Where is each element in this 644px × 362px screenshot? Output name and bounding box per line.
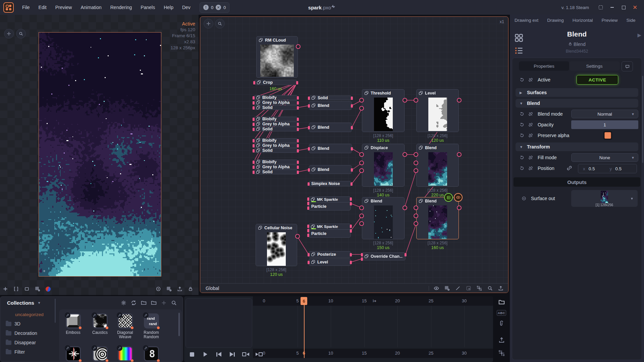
reset-icon[interactable] xyxy=(520,112,524,116)
graph-pan-button[interactable] xyxy=(204,19,213,28)
menu-file[interactable]: File xyxy=(18,0,34,15)
skip-start-button[interactable] xyxy=(214,349,224,359)
input-port[interactable] xyxy=(308,126,310,129)
next-keyframe-button[interactable] xyxy=(254,349,264,359)
output-port[interactable] xyxy=(297,106,299,110)
output-port[interactable] xyxy=(295,234,300,239)
grid-scrollbar[interactable] xyxy=(178,313,180,336)
section-blend[interactable]: ▼Blend xyxy=(516,99,638,108)
collection-folder-disappear[interactable]: Disappear xyxy=(6,338,58,347)
graph-context-label[interactable]: Global xyxy=(206,286,219,291)
output-port[interactable] xyxy=(402,205,407,210)
output-port[interactable] xyxy=(351,182,353,186)
close-button[interactable]: ✕ xyxy=(631,3,639,12)
workspace-tab-horizontal[interactable]: Horizontal xyxy=(573,18,593,23)
node-blobify[interactable]: Blobify xyxy=(254,117,298,121)
input-port[interactable] xyxy=(359,205,364,210)
chevron-right-icon[interactable]: ▶ xyxy=(637,32,641,38)
node-blobify[interactable]: Blobify xyxy=(254,95,298,100)
search-icon[interactable] xyxy=(171,300,177,306)
grid-settings-icon[interactable] xyxy=(444,286,450,291)
opacity-slider[interactable]: 1 xyxy=(571,120,638,129)
node-blobify[interactable]: Blobify xyxy=(254,138,298,143)
input-port[interactable] xyxy=(308,104,310,108)
node-mk-sparkle[interactable]: MK SparkleParticle xyxy=(308,224,351,238)
input-port[interactable] xyxy=(308,261,310,264)
comment-button[interactable] xyxy=(622,61,633,71)
active-toggle-button[interactable]: ACTIVE xyxy=(577,75,618,84)
section-surfaces[interactable]: ▶Surfaces xyxy=(516,88,638,97)
text-tool-icon[interactable]: ABC xyxy=(497,310,506,316)
new-folder-icon[interactable] xyxy=(141,300,147,306)
menu-help[interactable]: Help xyxy=(159,0,178,15)
node-blend[interactable]: Blend[128 x 256]160 us xyxy=(416,197,459,239)
output-port[interactable] xyxy=(350,253,352,256)
output-port[interactable] xyxy=(297,123,299,126)
input-port[interactable] xyxy=(414,221,418,226)
search-icon[interactable] xyxy=(487,286,493,291)
minimize-button[interactable] xyxy=(608,3,616,12)
add-item-icon[interactable] xyxy=(161,300,167,306)
collection-folder-decoration[interactable]: Decoration xyxy=(6,328,58,338)
input-port[interactable] xyxy=(361,253,363,256)
output-port[interactable] xyxy=(297,144,299,147)
node-crop[interactable]: Crop160 us xyxy=(254,80,297,85)
reset-icon[interactable] xyxy=(520,133,524,138)
preview-viewport[interactable]: Active fps 120 Frame 6/15 x2.83 128 x 25… xyxy=(0,15,199,295)
output-port[interactable] xyxy=(351,104,353,108)
output-port[interactable] xyxy=(350,225,352,228)
reset-icon[interactable] xyxy=(520,122,524,127)
preserve-alpha-checkbox[interactable] xyxy=(603,131,612,140)
input-port[interactable] xyxy=(414,98,418,103)
input-port[interactable] xyxy=(253,166,255,169)
play-button[interactable] xyxy=(200,349,210,359)
export-icon[interactable] xyxy=(498,337,505,343)
collection-item-seg8[interactable] xyxy=(144,346,159,361)
output-port[interactable] xyxy=(297,128,299,131)
folder-list-scrollbar[interactable] xyxy=(55,299,56,323)
input-port[interactable] xyxy=(253,106,255,110)
add-folder-icon[interactable] xyxy=(151,300,157,306)
node-blend[interactable]: Blend xyxy=(309,144,352,153)
pan-tool-button[interactable] xyxy=(4,29,14,39)
node-solid[interactable]: Solid xyxy=(254,105,298,110)
node-displace[interactable]: Displace[128 x 256]140 us xyxy=(362,144,405,187)
menu-rendering[interactable]: Rendering xyxy=(106,0,137,15)
output-port[interactable] xyxy=(351,147,353,150)
node-blend[interactable]: Blend xyxy=(309,101,352,110)
preview-eye-badge[interactable] xyxy=(454,193,463,202)
output-port[interactable] xyxy=(350,229,352,233)
node-solid[interactable]: Solid xyxy=(254,170,298,174)
add-icon[interactable] xyxy=(3,286,8,292)
output-port[interactable] xyxy=(297,96,299,100)
collection-item-caustics[interactable] xyxy=(93,313,108,328)
node-blend[interactable]: Blend[128 x 256]220 us xyxy=(416,144,459,187)
node-solid[interactable]: Solid xyxy=(309,96,352,100)
collection-uncategorized[interactable]: uncategorized xyxy=(15,312,58,317)
node-solid[interactable]: Solid xyxy=(254,127,298,131)
link-axes-icon[interactable] xyxy=(567,165,572,171)
bounds-icon[interactable] xyxy=(13,286,19,292)
zoom-tool-button[interactable] xyxy=(16,29,26,39)
grid-settings-icon[interactable] xyxy=(35,286,40,292)
unlink-icon[interactable] xyxy=(528,122,533,127)
graph-zoom-button[interactable] xyxy=(215,19,225,28)
collection-item-random-random[interactable] xyxy=(144,313,159,328)
input-port[interactable] xyxy=(414,168,418,173)
collection-item-rings[interactable] xyxy=(93,346,108,361)
input-port[interactable] xyxy=(359,168,364,173)
section-transform[interactable]: ▼Transform xyxy=(516,142,638,151)
node-blobify[interactable]: Blobify xyxy=(254,160,298,164)
blend-mode-dropdown[interactable]: Normal▼ xyxy=(571,110,638,118)
output-port[interactable] xyxy=(402,98,407,103)
input-port[interactable] xyxy=(253,81,255,84)
refresh-icon[interactable] xyxy=(131,300,137,306)
input-port[interactable] xyxy=(253,128,255,131)
playhead[interactable] xyxy=(304,305,305,358)
node-blend[interactable]: Blend[128 x 256]150 us xyxy=(362,197,405,239)
input-port[interactable] xyxy=(307,229,309,232)
collection-folder-filter[interactable]: Filter xyxy=(6,347,58,357)
input-port[interactable] xyxy=(308,168,310,172)
line-tool-icon[interactable] xyxy=(455,286,461,291)
timeline-ruler-bottom[interactable]: 0510152025306 xyxy=(253,349,493,358)
